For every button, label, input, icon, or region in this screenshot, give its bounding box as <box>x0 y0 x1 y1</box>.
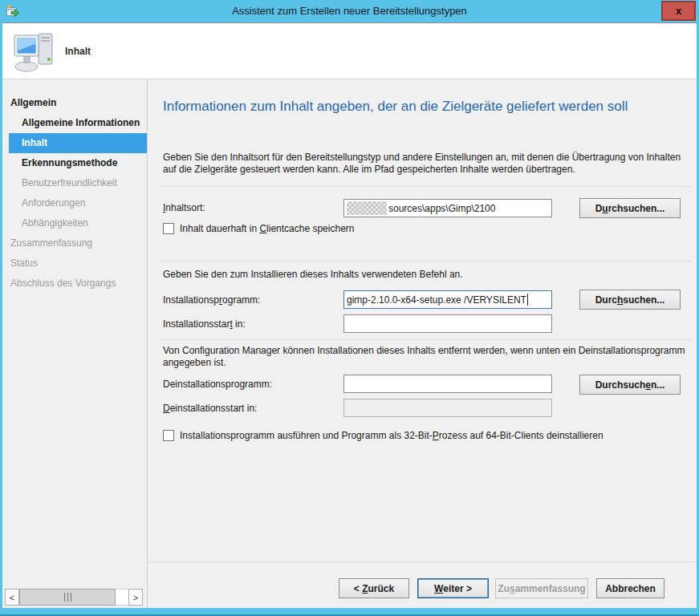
scroll-right-button[interactable]: > <box>128 589 143 606</box>
next-button[interactable]: Weiter > <box>417 578 489 598</box>
browse-install-program-button[interactable]: Durchsuchen... <box>579 290 681 310</box>
sidebar-item-abschluss-des-vorgangs: Abschluss des Vorgangs <box>2 274 147 294</box>
chevron-left-icon: < <box>10 593 14 602</box>
install-program-value: gimp-2.10.0-x64-setup.exe /VERYSILENT <box>347 294 526 306</box>
persist-cache-checkbox[interactable] <box>163 223 174 234</box>
text-caret <box>527 294 528 306</box>
chevron-right-icon: > <box>133 593 138 602</box>
sidebar-item-zusammenfassung: Zusammenfassung <box>2 233 147 253</box>
close-button[interactable]: x <box>661 1 696 21</box>
page-title: Informationen zum Inhalt angeben, der an… <box>163 99 687 115</box>
persist-cache-label: Inhalt dauerhaft in Clientcache speicher… <box>180 223 354 234</box>
uninstall-program-label: Deinstallationsprogramm: <box>163 379 272 391</box>
sidebar-item-allgemeine-informationen[interactable]: Allgemeine Informationen <box>2 113 147 133</box>
scroll-left-button[interactable]: < <box>5 589 19 606</box>
scrollbar-thumb[interactable] <box>19 589 116 606</box>
footer-separator <box>148 561 697 562</box>
wizard-body: Allgemein Allgemeine Informationen Inhal… <box>2 79 697 608</box>
summary-button: Zusammenfassung <box>495 578 588 598</box>
intro-text: Geben Sie den Inhaltsort für den Bereits… <box>163 152 683 176</box>
uninstall-section-text: Von Configuration Manager können Install… <box>163 345 693 369</box>
scrollbar-track[interactable] <box>116 589 128 606</box>
run32-checkbox[interactable] <box>163 430 174 441</box>
run32-checkbox-row[interactable]: Installationsprogramm ausführen und Prog… <box>163 430 603 441</box>
separator <box>161 339 691 340</box>
run32-label: Installationsprogramm ausführen und Prog… <box>180 430 603 441</box>
computer-icon <box>12 29 57 74</box>
uninstall-program-input[interactable] <box>343 375 552 393</box>
browse-content-location-button[interactable]: Durchsuchen... <box>579 198 681 218</box>
persist-cache-checkbox-row[interactable]: Inhalt dauerhaft in Clientcache speicher… <box>163 223 354 234</box>
sidebar-horizontal-scrollbar: < > <box>5 589 143 606</box>
grip-icon <box>64 593 71 602</box>
uninstall-start-input <box>343 399 552 417</box>
redacted-path-segment <box>347 201 387 215</box>
wizard-header: Inhalt <box>2 22 697 79</box>
sidebar-item-allgemein[interactable]: Allgemein <box>2 93 147 113</box>
back-button[interactable]: < Zurück <box>339 578 409 598</box>
sidebar-item-status: Status <box>2 253 147 274</box>
titlebar: Assistent zum Erstellen neuer Bereitstel… <box>0 0 699 22</box>
separator <box>161 261 691 261</box>
sidebar-item-abhaengigkeiten: Abhängigkeiten <box>2 213 147 233</box>
browse-uninstall-program-button[interactable]: Durchsuchen... <box>579 375 681 395</box>
sidebar-item-anforderungen: Anforderungen <box>2 193 147 213</box>
install-start-label: Installationsstart in: <box>163 318 246 330</box>
wizard-sidebar: Allgemein Allgemeine Informationen Inhal… <box>2 79 148 608</box>
cancel-button[interactable]: Abbrechen <box>596 578 664 598</box>
content-location-value: sources\apps\Gimp\2100 <box>388 203 495 214</box>
close-icon: x <box>676 5 681 17</box>
wizard-window: Assistent zum Erstellen neuer Bereitstel… <box>0 0 699 616</box>
uninstall-start-label: Deinstallationsstart in: <box>163 403 257 415</box>
install-program-input[interactable]: gimp-2.10.0-x64-setup.exe /VERYSILENT <box>343 290 552 309</box>
window-title: Assistent zum Erstellen neuer Bereitstel… <box>0 0 699 22</box>
wizard-step-title: Inhalt <box>65 23 91 80</box>
install-program-label: Installationsprogramm: <box>163 294 260 306</box>
sidebar-item-benutzerfreundlichkeit: Benutzerfreundlichkeit <box>2 173 147 193</box>
wizard-content: Informationen zum Inhalt angeben, der an… <box>148 79 697 608</box>
content-location-input[interactable]: sources\apps\Gimp\2100 <box>343 199 552 217</box>
separator <box>161 186 691 187</box>
sidebar-item-erkennungsmethode[interactable]: Erkennungsmethode <box>2 153 147 173</box>
sidebar-item-inhalt[interactable]: Inhalt <box>9 133 147 153</box>
content-location-label: Inhaltsort: <box>163 202 205 214</box>
install-section-text: Geben Sie den zum Installieren dieses In… <box>163 269 683 281</box>
install-start-input[interactable] <box>343 314 552 333</box>
